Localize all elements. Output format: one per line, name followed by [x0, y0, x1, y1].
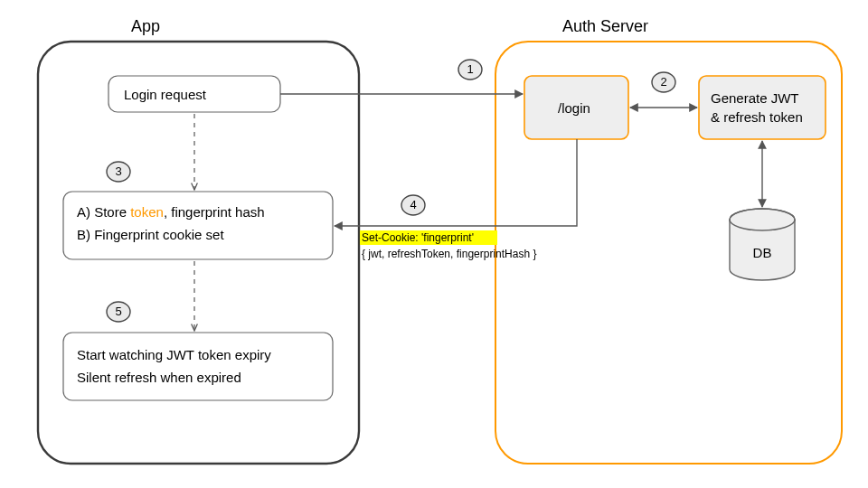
step-4: 4	[401, 195, 425, 215]
step-2: 2	[652, 72, 675, 92]
node-login-endpoint: /login	[524, 76, 628, 139]
set-cookie-label: Set-Cookie: 'fingerprint'	[362, 231, 474, 244]
db-label: DB	[753, 245, 772, 260]
svg-rect-3	[63, 192, 333, 259]
node-store: A) Store token, fingerprint hash B) Fing…	[63, 192, 333, 259]
auth-title: Auth Server	[562, 17, 648, 35]
svg-text:2: 2	[660, 75, 666, 89]
login-endpoint-label: /login	[558, 100, 590, 116]
generate-line1: Generate JWT	[711, 90, 799, 106]
svg-text:1: 1	[467, 62, 473, 76]
step-5: 5	[107, 302, 130, 322]
node-db: DB	[730, 209, 795, 280]
svg-text:5: 5	[115, 305, 121, 318]
svg-rect-6	[699, 76, 826, 139]
login-request-label: Login request	[124, 87, 207, 102]
step-3: 3	[107, 162, 130, 182]
svg-rect-4	[63, 333, 333, 400]
node-login-request: Login request	[108, 76, 280, 112]
app-title: App	[131, 17, 160, 35]
watch-line1: Start watching JWT token expiry	[77, 347, 271, 362]
node-generate-jwt: Generate JWT & refresh token	[699, 76, 826, 139]
store-line-b: B) Fingerprint cookie set	[77, 227, 224, 242]
svg-text:4: 4	[410, 198, 416, 211]
arrow-set-cookie	[335, 139, 577, 226]
svg-text:3: 3	[115, 164, 121, 178]
payload-label: { jwt, refreshToken, fingerprintHash }	[362, 248, 536, 260]
store-line-a: A) Store token, fingerprint hash	[77, 204, 265, 220]
step-1: 1	[458, 60, 482, 80]
node-watch-expiry: Start watching JWT token expiry Silent r…	[63, 333, 333, 400]
watch-line2: Silent refresh when expired	[77, 370, 241, 385]
generate-line2: & refresh token	[711, 109, 803, 125]
